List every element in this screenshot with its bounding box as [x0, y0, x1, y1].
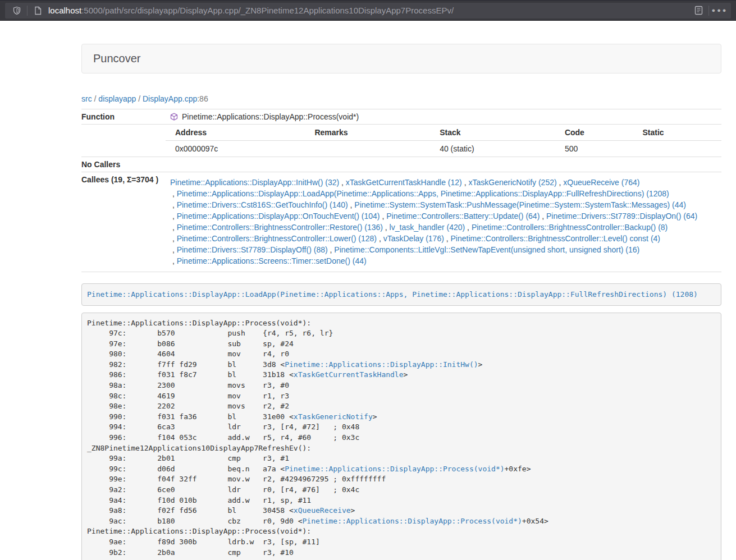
callee-link[interactable]: Pinetime::Applications::DisplayApp::OnTo…	[177, 212, 380, 221]
callee-link[interactable]: Pinetime::Drivers::St7789::DisplayOn() (…	[546, 212, 697, 221]
breadcrumb-line-number: :86	[197, 94, 208, 103]
identity-divider	[27, 6, 28, 16]
assembly-listing: Pinetime::Applications::DisplayApp::Proc…	[81, 313, 721, 560]
table-row: 0x0000097c 40 (static) 500	[166, 141, 721, 157]
col-header-address: Address	[166, 125, 310, 141]
col-header-static: Static	[638, 125, 721, 141]
assembly-symbol-link[interactable]: xQueueReceive	[294, 506, 351, 515]
assembly-symbol-link[interactable]: xTaskGenericNotify	[294, 412, 373, 421]
callees-label: Callees (19, Σ=3704 )	[81, 172, 166, 272]
cube-icon	[170, 113, 178, 121]
callee-separator: ,	[383, 223, 390, 232]
more-actions-icon[interactable]: ●●●	[712, 4, 726, 17]
callee-link[interactable]: Pinetime::System::SystemTask::PushMessag…	[354, 200, 686, 209]
callee-separator: ,	[465, 223, 472, 232]
breadcrumb-link-src[interactable]: src	[81, 94, 92, 103]
url-bar[interactable]: localhost:5000/path/src/displayapp/Displ…	[5, 3, 731, 19]
assembly-line: 990: f031 fa36 bl 31e00 <xTaskGenericNot…	[87, 412, 716, 423]
assembly-line: 9a4: f10d 010b add.w r1, sp, #11	[87, 495, 716, 506]
assembly-line: 980: 4604 mov r4, r0	[87, 349, 716, 360]
col-header-remarks: Remarks	[310, 125, 435, 141]
callee-separator: ,	[328, 245, 335, 254]
assembly-symbol-link[interactable]: Pinetime::Applications::DisplayApp::Proc…	[303, 517, 522, 525]
callee-separator: ,	[170, 223, 177, 232]
callee-separator: ,	[170, 256, 177, 265]
callee-separator: ,	[170, 200, 177, 209]
app-header-panel: Puncover	[81, 44, 721, 74]
callee-separator: ,	[377, 234, 383, 243]
function-name: Pinetime::Applications::DisplayApp::Proc…	[182, 112, 359, 121]
function-name-cell: Pinetime::Applications::DisplayApp::Proc…	[166, 109, 721, 125]
callee-separator: ,	[170, 234, 177, 243]
breadcrumb: src / displayapp / DisplayApp.cpp:86	[81, 94, 721, 103]
assembly-line: 9a8: f02f fd56 bl 30458 <xQueueReceive>	[87, 506, 716, 516]
callees-row: Callees (19, Σ=3704 ) Pinetime::Applicat…	[81, 172, 721, 272]
breadcrumb-link-displayapp[interactable]: displayapp	[98, 94, 136, 103]
breadcrumb-separator: /	[92, 94, 99, 103]
assembly-symbol-link[interactable]: Pinetime::Applications::DisplayApp::Proc…	[285, 465, 504, 473]
page-title: Puncover	[93, 52, 141, 65]
assembly-line: 982: f7ff fd29 bl 3d8 <Pinetime::Applica…	[87, 360, 716, 370]
address-value: 0x0000097c	[166, 141, 310, 157]
assembly-line: 99a: 2b01 cmp r3, #1	[87, 453, 716, 464]
callee-link[interactable]: Pinetime::Controllers::Battery::Update()…	[386, 212, 540, 221]
assembly-symbol-link[interactable]: Pinetime::Applications::DisplayApp::Init…	[285, 360, 478, 369]
callee-separator: ,	[348, 200, 355, 209]
callee-separator: ,	[380, 212, 387, 221]
code-value: 500	[560, 141, 638, 157]
url-host: localhost	[48, 6, 81, 15]
url-path: :5000/path/src/displayapp/DisplayApp.cpp…	[81, 6, 454, 15]
callee-separator: ,	[540, 212, 546, 221]
callee-link[interactable]: xTaskGetCurrentTaskHandle (12)	[346, 178, 462, 187]
callee-link[interactable]: Pinetime::Drivers::St7789::DisplayOff() …	[177, 245, 328, 254]
col-header-code: Code	[560, 125, 638, 141]
browser-toolbar: localhost:5000/path/src/displayapp/Displ…	[0, 0, 736, 21]
callee-link[interactable]: Pinetime::Applications::DisplayApp::Load…	[177, 189, 669, 198]
assembly-line: Pinetime::Applications::DisplayApp::Proc…	[87, 526, 716, 537]
assembly-line: Pinetime::Applications::DisplayApp::Proc…	[87, 318, 716, 329]
callee-separator: ,	[170, 189, 177, 198]
callee-separator: ,	[339, 178, 346, 187]
assembly-line: 9ac: b180 cbz r0, 9d0 <Pinetime::Applica…	[87, 516, 716, 527]
callee-link[interactable]: Pinetime::Applications::DisplayApp::Init…	[170, 178, 339, 187]
page-container: Puncover src / displayapp / DisplayApp.c…	[81, 44, 721, 560]
assembly-line: 996: f104 053c add.w r5, r4, #60 ; 0x3c	[87, 433, 716, 443]
remarks-value	[310, 141, 435, 157]
callee-link[interactable]: xQueueReceive (764)	[563, 178, 639, 187]
assembly-line: 98a: 2300 movs r3, #0	[87, 380, 716, 391]
callee-link[interactable]: Pinetime::Controllers::BrightnessControl…	[177, 223, 383, 232]
assembly-line: 97c: b570 push {r4, r5, r6, lr}	[87, 328, 716, 339]
callee-separator: ,	[170, 245, 177, 254]
snippet-function-link[interactable]: Pinetime::Applications::DisplayApp::Load…	[87, 290, 698, 299]
callee-link[interactable]: Pinetime::Drivers::Cst816S::GetTouchInfo…	[177, 200, 348, 209]
callee-separator: ,	[444, 234, 451, 243]
callee-link[interactable]: lv_task_handler (420)	[390, 223, 465, 232]
callee-link[interactable]: vTaskDelay (176)	[383, 234, 444, 243]
callee-link[interactable]: Pinetime::Components::LittleVgl::SetNewT…	[334, 245, 639, 254]
assembly-line: 9ae: f89d 300b ldrb.w r3, [sp, #11]	[87, 537, 716, 548]
callee-link[interactable]: Pinetime::Controllers::BrightnessControl…	[472, 223, 668, 232]
reader-mode-icon[interactable]	[691, 4, 706, 17]
actions-divider	[708, 6, 709, 16]
snippet-box: Pinetime::Applications::DisplayApp::Load…	[81, 283, 721, 306]
page-info-icon[interactable]	[30, 4, 45, 17]
no-callers-row: No Callers	[81, 157, 721, 172]
callee-separator: ,	[557, 178, 564, 187]
url-text[interactable]: localhost:5000/path/src/displayapp/Displ…	[48, 6, 691, 15]
assembly-line: 97e: b086 sub sp, #24	[87, 339, 716, 350]
breadcrumb-link-file[interactable]: DisplayApp.cpp	[143, 94, 197, 103]
function-row: Function Pinetime::Applications::Display…	[81, 109, 721, 125]
callee-link[interactable]: Pinetime::Controllers::BrightnessControl…	[451, 234, 660, 243]
callee-link[interactable]: xTaskGenericNotify (252)	[468, 178, 556, 187]
stats-table: Address Remarks Stack Code Static 0x0000…	[166, 125, 721, 157]
assembly-line: _ZN8Pinetime12Applications10DisplayApp7R…	[87, 443, 716, 454]
assembly-symbol-link[interactable]: xTaskGetCurrentTaskHandle	[294, 370, 404, 379]
shield-icon[interactable]	[10, 4, 24, 17]
callee-separator: ,	[170, 212, 177, 221]
assembly-line: 98e: 2202 movs r2, #2	[87, 401, 716, 412]
callee-link[interactable]: Pinetime::Controllers::BrightnessControl…	[177, 234, 377, 243]
stats-row: Address Remarks Stack Code Static 0x0000…	[81, 125, 721, 157]
breadcrumb-separator: /	[136, 94, 143, 103]
col-header-stack: Stack	[435, 125, 560, 141]
callee-link[interactable]: Pinetime::Applications::Screens::Timer::…	[177, 256, 367, 265]
